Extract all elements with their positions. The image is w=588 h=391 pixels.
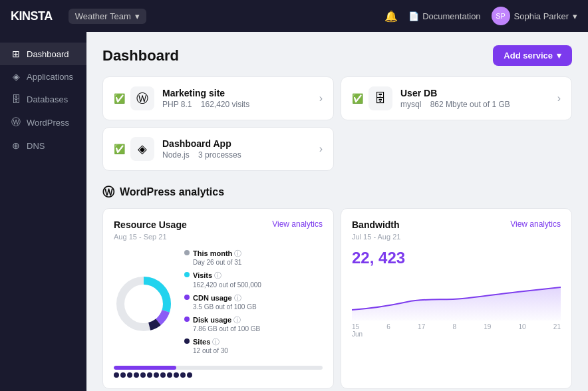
logo: KINSTA (11, 9, 53, 23)
userdb-info: User DB mysql 862 Mbyte out of 1 GB (400, 88, 549, 109)
donut-svg (114, 274, 174, 334)
sidebar-label-dashboard: Dashboard (27, 49, 69, 59)
marketing-arrow-icon: › (319, 92, 323, 104)
avatar-initials: SP (496, 12, 506, 20)
resource-usage-title: Resource Usage (114, 219, 187, 230)
sidebar-label-dns: DNS (27, 141, 45, 151)
topnav: KINSTA Weather Team ▾ 🔔 📄 Documentation … (0, 0, 588, 32)
databases-icon: 🗄 (11, 94, 21, 104)
dashapp-arrow-icon: › (319, 143, 323, 155)
resource-usage-card: Resource Usage View analytics Aug 15 - S… (102, 208, 334, 389)
legend-visits: Visits ⓘ 162,420 out of 500,000 (184, 271, 261, 289)
page-title: Dashboard (102, 47, 179, 65)
nav-right: 🔔 📄 Documentation SP Sophia Parker ▾ (384, 7, 577, 25)
service-card-userdb[interactable]: ✅ 🗄 User DB mysql 862 Mbyte out of 1 GB … (341, 76, 572, 120)
dot-3 (127, 372, 132, 378)
chart-label-6: 6 (386, 323, 390, 330)
legend-dot-month (184, 250, 190, 255)
marketing-stat: 162,420 visits (201, 100, 249, 109)
chart-label-8: 8 (452, 323, 456, 330)
service-card-marketing[interactable]: ✅ Ⓦ Marketing site PHP 8.1 162,420 visit… (102, 76, 334, 120)
dashapp-stat: 3 processes (198, 150, 241, 160)
dashapp-meta: Node.js 3 processes (162, 150, 311, 160)
applications-icon: ◈ (11, 71, 21, 82)
sidebar-item-databases[interactable]: 🗄 Databases (0, 88, 86, 110)
chart-label-15: 15 (352, 323, 359, 330)
chart-label-10: 10 (519, 323, 526, 330)
userdb-icon: 🗄 (368, 86, 392, 110)
progress-bar (114, 366, 323, 370)
legend-sub-disk: 7.86 GB out of 100 GB (193, 325, 260, 333)
legend-sub-sites: 12 out of 30 (193, 346, 228, 355)
add-service-label: Add service (504, 51, 553, 61)
legend-sub-visits: 162,420 out of 500,000 (193, 281, 261, 289)
team-selector[interactable]: Weather Team ▾ (69, 9, 146, 24)
chart-label-19: 19 (484, 323, 491, 330)
bandwidth-view-analytics[interactable]: View analytics (510, 219, 561, 229)
wp-icon: Ⓦ (102, 184, 114, 200)
sidebar: ⊞ Dashboard ◈ Applications 🗄 Databases Ⓦ… (0, 32, 86, 391)
bandwidth-chart-sub: Jun (352, 330, 561, 338)
marketing-info: Marketing site PHP 8.1 162,420 visits (162, 88, 311, 109)
resource-usage-view-analytics[interactable]: View analytics (272, 219, 323, 229)
legend-sub-cdn: 3.5 GB out of 100 GB (193, 303, 257, 311)
userdb-name: User DB (400, 88, 549, 98)
dot-7 (154, 372, 159, 378)
progress-bar-fill (114, 366, 176, 370)
legend-this-month: This month ⓘ Day 26 out of 31 (184, 249, 261, 267)
progress-section (114, 366, 323, 378)
marketing-tech: PHP 8.1 (162, 100, 192, 109)
sidebar-label-applications: Applications (27, 72, 73, 82)
resource-usage-header: Resource Usage View analytics (114, 219, 323, 230)
avatar: SP (492, 7, 510, 25)
service-cards: ✅ Ⓦ Marketing site PHP 8.1 162,420 visit… (102, 76, 572, 171)
page-header: Dashboard Add service ▾ (102, 45, 572, 66)
userdb-tech: mysql (400, 100, 421, 109)
service-card-dashapp[interactable]: ✅ ◈ Dashboard App Node.js 3 processes › (102, 127, 334, 171)
legend-sub-month: Day 26 out of 31 (193, 258, 241, 267)
userdb-stat: 862 Mbyte out of 1 GB (430, 100, 510, 109)
dashboard-icon: ⊞ (11, 49, 21, 59)
user-menu[interactable]: SP Sophia Parker ▾ (492, 7, 577, 25)
chart-label-21: 21 (553, 323, 561, 330)
dot-2 (120, 372, 126, 378)
legend-title-cdn: CDN usage ⓘ (193, 293, 257, 303)
documentation-button[interactable]: 📄 Documentation (408, 11, 480, 21)
bandwidth-chart (352, 275, 561, 322)
marketing-name: Marketing site (162, 88, 311, 98)
doc-icon: 📄 (408, 11, 419, 21)
marketing-icon: Ⓦ (130, 86, 154, 110)
dashapp-tech: Node.js (162, 150, 190, 160)
userdb-arrow-icon: › (557, 92, 561, 104)
notification-icon[interactable]: 🔔 (384, 10, 398, 23)
dashapp-info: Dashboard App Node.js 3 processes (162, 138, 311, 160)
legend-dot-disk (184, 317, 190, 322)
dot-10 (174, 372, 179, 378)
sidebar-item-applications[interactable]: ◈ Applications (0, 65, 86, 88)
sidebar-label-wordpress: WordPress (27, 118, 69, 128)
user-chevron-icon: ▾ (573, 11, 577, 21)
legend-title-sites: Sites ⓘ (193, 337, 228, 346)
dot-4 (134, 372, 139, 378)
sidebar-item-dns[interactable]: ⊕ DNS (0, 134, 86, 157)
dot-9 (167, 372, 172, 378)
add-service-button[interactable]: Add service ▾ (493, 45, 572, 66)
analytics-grid: Resource Usage View analytics Aug 15 - S… (102, 208, 572, 391)
dot-6 (147, 372, 152, 378)
sidebar-item-dashboard[interactable]: ⊞ Dashboard (0, 43, 86, 65)
legend-dot-cdn (184, 295, 190, 300)
legend-title-disk: Disk usage ⓘ (193, 315, 260, 325)
user-name: Sophia Parker (514, 11, 569, 21)
resource-legend: This month ⓘ Day 26 out of 31 Visits ⓘ 1… (184, 249, 261, 359)
dot-8 (160, 372, 166, 378)
status-check-userdb: ✅ (352, 93, 363, 104)
add-service-chevron-icon: ▾ (557, 51, 561, 61)
bandwidth-chart-labels: 15 6 17 8 19 10 21 (352, 323, 561, 330)
dot-1 (114, 372, 119, 378)
legend-title-month: This month ⓘ (193, 249, 241, 258)
bandwidth-date: Jul 15 - Aug 21 (352, 233, 561, 241)
status-check-marketing: ✅ (114, 93, 125, 104)
legend-disk: Disk usage ⓘ 7.86 GB out of 100 GB (184, 315, 261, 333)
sidebar-item-wordpress[interactable]: Ⓦ WordPress (0, 110, 86, 134)
legend-dot-visits (184, 272, 190, 277)
